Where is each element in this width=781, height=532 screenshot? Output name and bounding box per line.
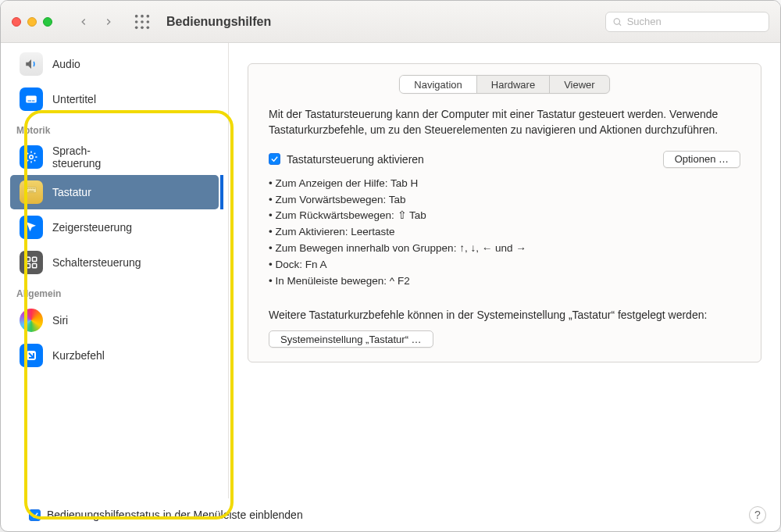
pointer-icon <box>20 216 43 239</box>
enable-keyboard-control-label: Tastatursteuerung aktivieren <box>287 153 657 166</box>
options-button[interactable]: Optionen … <box>663 151 740 168</box>
tab-viewer[interactable]: Viewer <box>550 76 609 93</box>
shortcut-item: Zum Anzeigen der Hilfe: Tab H <box>269 176 740 192</box>
tabs: Navigation Hardware Viewer <box>248 64 761 106</box>
svg-point-6 <box>135 26 138 29</box>
svg-rect-18 <box>30 188 30 189</box>
captions-icon <box>20 87 43 111</box>
sidebar-item-switch-control[interactable]: Schaltersteuerung <box>10 245 219 280</box>
page-title: Bedienungshilfen <box>166 15 271 29</box>
zoom-window-button[interactable] <box>43 17 52 27</box>
sidebar-item-shortcut[interactable]: Kurzbefehl <box>10 338 219 373</box>
minimize-window-button[interactable] <box>27 17 37 27</box>
sidebar-item-label: Zeigersteuerung <box>52 221 132 234</box>
search-icon <box>612 16 622 27</box>
sidebar-item-pointer-control[interactable]: Zeigersteuerung <box>10 210 219 245</box>
svg-rect-19 <box>31 188 32 189</box>
status-menubar-label: Bedienungshilfenstatus in der Menüleiste… <box>47 509 743 521</box>
svg-rect-16 <box>27 188 28 189</box>
svg-point-1 <box>141 14 144 17</box>
enable-keyboard-control-row: Tastatursteuerung aktivieren Optionen … <box>248 146 761 173</box>
sidebar-item-voice-control[interactable]: Sprach- steuerung <box>10 140 219 174</box>
sidebar-item-label: Sprach- steuerung <box>52 145 101 170</box>
svg-rect-13 <box>32 101 35 102</box>
svg-line-10 <box>619 23 621 25</box>
sidebar: Audio Untertitel Motorik Sprach- steueru… <box>1 43 229 498</box>
svg-rect-23 <box>26 257 30 261</box>
chevron-left-icon <box>78 16 89 27</box>
chevron-right-icon <box>103 16 114 27</box>
sidebar-item-label: Tastatur <box>52 186 91 198</box>
check-icon <box>30 511 39 520</box>
search-field[interactable] <box>605 12 769 32</box>
svg-rect-17 <box>29 188 30 189</box>
sidebar-item-siri[interactable]: Siri <box>10 303 219 337</box>
shortcut-item: In Menüleiste bewegen: ^ F2 <box>269 273 740 290</box>
body: Audio Untertitel Motorik Sprach- steueru… <box>1 43 780 498</box>
svg-rect-21 <box>34 188 36 189</box>
switch-control-icon <box>20 251 43 274</box>
svg-point-5 <box>147 20 150 23</box>
navigation-arrows <box>73 11 119 33</box>
sidebar-item-label: Siri <box>52 314 68 327</box>
svg-rect-20 <box>33 188 34 189</box>
shortcuts-list: Zum Anzeigen der Hilfe: Tab H Zum Vorwär… <box>248 173 761 293</box>
sidebar-item-label: Audio <box>52 58 80 70</box>
svg-rect-11 <box>26 96 37 103</box>
keyboard-icon <box>20 180 43 204</box>
svg-rect-12 <box>28 101 32 102</box>
description-text: Mit der Tastatursteuerung kann der Compu… <box>248 106 761 146</box>
sidebar-item-subtitles[interactable]: Untertitel <box>10 82 219 116</box>
check-icon <box>270 155 279 163</box>
close-window-button[interactable] <box>12 17 21 27</box>
content-area: Navigation Hardware Viewer Mit der Tasta… <box>229 43 780 498</box>
shortcut-item: Zum Aktivieren: Leertaste <box>269 224 740 241</box>
bottom-bar <box>229 481 780 497</box>
settings-panel: Navigation Hardware Viewer Mit der Tasta… <box>248 63 761 362</box>
shortcut-item: Zum Vorwärtsbewegen: Tab <box>269 192 740 209</box>
svg-rect-26 <box>33 264 37 268</box>
titlebar: Bedienungshilfen <box>1 1 780 43</box>
open-keyboard-prefs-button[interactable]: Systemeinstellung „Tastatur“ … <box>269 330 433 348</box>
shortcut-item: Zum Bewegen innerhalb von Gruppen: ↑, ↓,… <box>269 241 740 257</box>
speaker-icon <box>20 52 43 76</box>
tab-navigation[interactable]: Navigation <box>400 76 476 93</box>
sidebar-section-motor: Motorik <box>5 117 223 139</box>
shortcut-item: Dock: Fn A <box>269 257 740 273</box>
svg-rect-22 <box>29 191 34 191</box>
sidebar-item-label: Untertitel <box>52 93 96 105</box>
window-controls <box>12 17 52 27</box>
forward-button[interactable] <box>98 11 119 33</box>
show-all-button[interactable] <box>134 13 151 30</box>
more-shortcuts-text: Weitere Tastaturkurzbefehle können in de… <box>248 293 761 330</box>
svg-rect-25 <box>26 264 30 268</box>
tab-hardware[interactable]: Hardware <box>477 76 550 93</box>
search-input[interactable] <box>627 16 762 27</box>
sidebar-item-label: Schaltersteuerung <box>52 256 141 269</box>
sidebar-item-audio[interactable]: Audio <box>10 47 219 81</box>
svg-point-8 <box>147 26 150 29</box>
svg-point-3 <box>135 20 138 23</box>
sidebar-item-label: Kurzbefehl <box>52 349 105 362</box>
sidebar-item-keyboard[interactable]: Tastatur <box>10 175 219 209</box>
preferences-window: Bedienungshilfen Audio Untertitel <box>0 0 781 532</box>
footer: Bedienungshilfenstatus in der Menüleiste… <box>1 498 780 531</box>
svg-point-0 <box>135 14 138 17</box>
siri-icon <box>20 309 43 332</box>
segmented-control: Navigation Hardware Viewer <box>399 75 609 94</box>
svg-point-7 <box>141 26 144 29</box>
back-button[interactable] <box>73 11 95 33</box>
grid-icon <box>134 13 151 30</box>
sidebar-section-general: Allgemein <box>5 280 223 302</box>
svg-rect-24 <box>33 257 37 261</box>
shortcut-icon <box>20 344 43 367</box>
svg-rect-15 <box>27 187 37 193</box>
status-menubar-checkbox[interactable] <box>29 509 41 521</box>
voice-control-icon <box>20 145 43 169</box>
svg-point-2 <box>147 14 150 17</box>
svg-point-4 <box>141 20 144 23</box>
svg-point-9 <box>614 18 619 23</box>
shortcut-item: Zum Rückwärtsbewegen: ⇧ Tab <box>269 208 740 224</box>
help-button[interactable]: ? <box>749 506 766 523</box>
enable-keyboard-control-checkbox[interactable] <box>269 153 280 165</box>
